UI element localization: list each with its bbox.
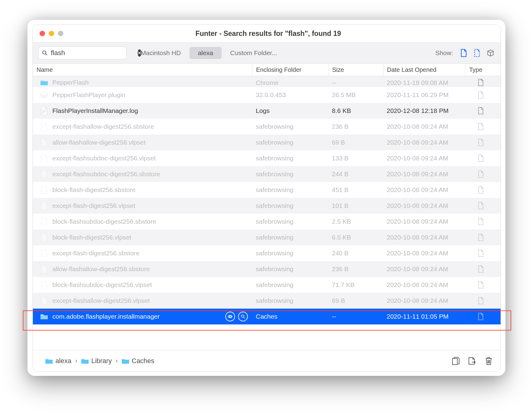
show-hidden-files-icon[interactable] [473, 48, 481, 58]
file-size: 244 B [328, 170, 383, 178]
table-row[interactable]: block-flashsubdoc-digest256.sbstoresafeb… [33, 214, 501, 229]
file-size: 26.5 MB [328, 91, 383, 99]
file-name: except-flashsubdoc-digest256.sbstore [52, 170, 160, 178]
table-row[interactable]: FlashPlayerInstallManager.logLogs8.6 KB2… [33, 103, 501, 119]
svg-point-8 [241, 315, 244, 317]
file-name: block-flashsubdoc-digest256.sbstore [52, 218, 156, 225]
file-size: 69 B [328, 139, 383, 146]
minimize-window-button[interactable] [49, 31, 54, 36]
file-icon [40, 154, 48, 162]
table-row[interactable]: except-flash-digest256.vlpsetsafebrowsin… [33, 198, 501, 214]
table-row[interactable]: block-flash-digest256.sbstoresafebrowsin… [33, 182, 501, 198]
path-segment-0[interactable]: alexa [45, 357, 72, 365]
enclosing-folder: safebrowsing [252, 281, 328, 289]
column-header-enclosing[interactable]: Enclosing Folder [252, 64, 328, 76]
quicklook-button[interactable] [225, 312, 235, 321]
path-segment-2[interactable]: Caches [121, 357, 155, 365]
reveal-in-finder-button[interactable] [238, 312, 248, 321]
file-icon [40, 186, 48, 194]
show-filters [460, 48, 494, 58]
date-last-opened: 2020-10-08 09:24 AM [383, 155, 465, 162]
file-name: block-flashsubdoc-digest256.vlpset [52, 281, 152, 289]
enclosing-folder: safebrowsing [252, 139, 328, 146]
table-row[interactable]: PepperFlashChrome--2020-11-18 09:08 AM [33, 76, 501, 87]
table-row[interactable]: allow-flashallow-digest256.sbstoresafebr… [33, 261, 501, 277]
type-indicator-icon [465, 281, 493, 289]
column-header-type[interactable]: Type [465, 64, 493, 76]
table-row[interactable]: allow-flashallow-digest256.vlpsetsafebro… [33, 135, 501, 150]
file-name: except-flashallow-digest256.sbstore [52, 123, 154, 130]
search-field[interactable] [38, 47, 127, 59]
date-last-opened: 2020-10-08 09:24 AM [383, 297, 465, 304]
file-name: except-flashsubdoc-digest256.vlpset [52, 155, 156, 162]
file-name: except-flash-digest256.vlpset [52, 202, 135, 209]
svg-line-1 [46, 54, 47, 55]
date-last-opened: 2020-10-08 09:24 AM [383, 202, 465, 209]
file-size: 236 B [328, 265, 383, 273]
date-last-opened: 2020-10-08 09:24 AM [383, 281, 465, 289]
type-indicator-icon [465, 249, 493, 257]
file-name: FlashPlayerInstallManager.log [52, 107, 138, 114]
search-input[interactable] [50, 49, 135, 57]
file-size: 6.5 KB [328, 234, 383, 241]
file-size: 8.6 KB [328, 107, 383, 114]
file-size: 71.7 KB [328, 281, 383, 289]
type-indicator-icon [465, 233, 493, 241]
scope-macintosh-hd[interactable]: Macintosh HD [132, 47, 189, 59]
date-last-opened: 2020-10-08 09:24 AM [383, 265, 465, 273]
reveal-button[interactable] [468, 356, 477, 366]
type-indicator-icon [465, 91, 493, 99]
zoom-window-button[interactable] [58, 31, 63, 36]
show-packages-icon[interactable] [487, 48, 494, 58]
type-indicator-icon [465, 313, 493, 320]
title-bar: Funter - Search results for "flash", fou… [33, 25, 501, 43]
plugin-icon [40, 91, 48, 99]
file-name: except-flashallow-digest256.vlpset [52, 297, 150, 304]
date-last-opened: 2020-11-11 06:29 PM [383, 91, 465, 99]
table-row[interactable]: except-flashallow-digest256.sbstoresafeb… [33, 119, 501, 135]
show-visible-files-icon[interactable] [460, 48, 468, 58]
table-row[interactable]: except-flashsubdoc-digest256.sbstoresafe… [33, 166, 501, 182]
scope-selector: Macintosh HD alexa Custom Folder... [132, 47, 286, 59]
app-window: Funter - Search results for "flash", fou… [33, 24, 501, 372]
column-header-name[interactable]: Name [33, 64, 252, 76]
enclosing-folder: 32.0.0.453 [252, 91, 328, 99]
path-segment-1[interactable]: Library [81, 357, 112, 365]
enclosing-folder: safebrowsing [252, 218, 328, 225]
date-last-opened: 2020-10-08 09:24 AM [383, 170, 465, 178]
chevron-right-icon: › [75, 357, 77, 365]
table-row[interactable]: PepperFlashPlayer.plugin32.0.0.45326.5 M… [33, 87, 501, 103]
folder-icon [40, 313, 48, 320]
file-name: allow-flashallow-digest256.sbstore [52, 265, 150, 273]
column-header-date[interactable]: Date Last Opened [383, 64, 465, 76]
table-row[interactable]: except-flashallow-digest256.vlpsetsafebr… [33, 293, 501, 309]
file-icon [40, 265, 48, 273]
folder-icon [40, 79, 48, 86]
table-row[interactable]: block-flashsubdoc-digest256.vlpsetsafebr… [33, 277, 501, 293]
scope-user[interactable]: alexa [189, 47, 222, 59]
table-row[interactable]: except-flashsubdoc-digest256.vlpsetsafeb… [33, 150, 501, 166]
file-name: PepperFlashPlayer.plugin [52, 91, 125, 99]
close-window-button[interactable] [40, 31, 45, 36]
svg-line-9 [244, 317, 245, 318]
date-last-opened: 2020-10-08 09:24 AM [383, 218, 465, 225]
file-icon [40, 233, 48, 241]
svg-point-7 [229, 316, 231, 317]
column-header-size[interactable]: Size [328, 64, 383, 76]
type-indicator-icon [465, 170, 493, 178]
type-indicator-icon [465, 297, 493, 305]
file-icon [40, 138, 48, 146]
result-list: PepperFlashChrome--2020-11-18 09:08 AMPe… [33, 76, 501, 324]
trash-button[interactable] [484, 356, 493, 366]
table-row[interactable]: block-flash-digest256.vlpsetsafebrowsing… [33, 229, 501, 245]
chevron-right-icon: › [115, 357, 118, 365]
date-last-opened: 2020-10-08 09:24 AM [383, 250, 465, 257]
copy-button[interactable] [451, 356, 460, 366]
scope-custom-folder[interactable]: Custom Folder... [222, 47, 286, 59]
type-indicator-icon [465, 79, 493, 86]
table-row-selected[interactable]: com.adobe.flashplayer.installmanagerCach… [33, 309, 501, 324]
type-indicator-icon [465, 218, 493, 226]
file-size: 133 B [328, 155, 383, 162]
file-size: 101 B [328, 202, 383, 209]
table-row[interactable]: except-flash-digest256.sbstoresafebrowsi… [33, 245, 501, 261]
